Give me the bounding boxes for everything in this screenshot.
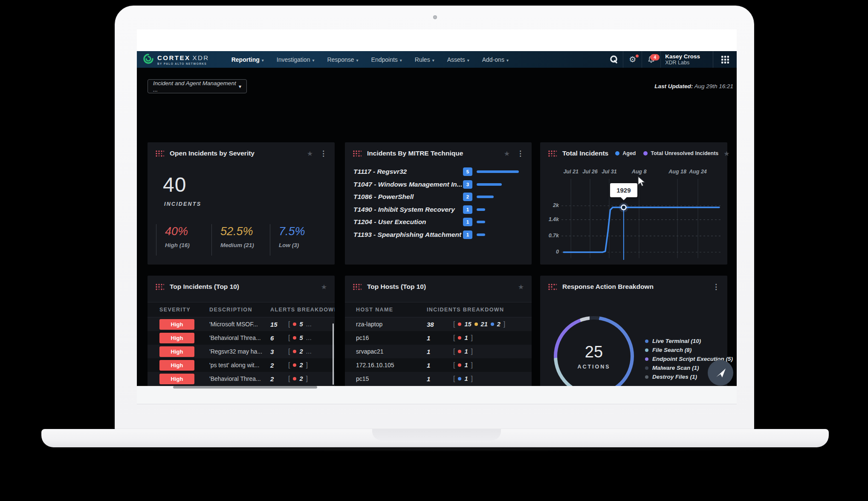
kebab-menu-icon[interactable] — [320, 149, 327, 158]
severity-dot — [458, 363, 461, 367]
severity-percent: 7.5% — [279, 225, 305, 238]
mitre-row[interactable]: T1204 - User Execution1 — [345, 216, 532, 229]
chevron-down-icon — [432, 56, 434, 63]
bracket-open: [ — [453, 348, 455, 355]
horizontal-scrollbar[interactable] — [173, 386, 317, 389]
nav-item-rules[interactable]: Rules — [415, 56, 434, 63]
host-name: pc15 — [345, 375, 427, 382]
breakdown-cell: [1] — [453, 361, 532, 369]
table-row[interactable]: High'Microsoft MSOF...15[5... — [148, 317, 335, 331]
star-icon[interactable] — [321, 283, 327, 291]
mitre-row[interactable]: T1047 - Windows Management In...3 — [345, 179, 532, 191]
table-row[interactable]: 172.16.10.1051[1] — [345, 358, 532, 372]
table-row[interactable]: pc151[1] — [345, 372, 532, 386]
chevron-down-icon — [506, 56, 509, 63]
nav-item-add-ons[interactable]: Add-ons — [482, 56, 509, 63]
star-icon[interactable] — [518, 283, 524, 291]
table-row[interactable]: srvapac211[1] — [345, 345, 532, 358]
widget-icon — [353, 283, 362, 291]
breakdown-cell: [5... — [288, 334, 335, 342]
technique-label: T1193 - Spearphishing Attachment — [353, 231, 461, 239]
widget-icon — [155, 283, 165, 291]
legend-dot — [645, 375, 648, 379]
nav-item-label: Rules — [415, 56, 430, 63]
breakdown-cell: [1] — [453, 348, 532, 355]
table-row[interactable]: High'Behavioral Threa...2[2] — [148, 372, 335, 386]
bell-icon[interactable]: 4 — [642, 51, 660, 68]
incident-count: 40 — [163, 173, 186, 196]
nav-item-reporting[interactable]: Reporting — [231, 56, 264, 63]
last-updated: Last Updated: Aug 29th 16:21 — [654, 83, 733, 89]
breakdown-count: 1 — [464, 362, 468, 369]
user-org: XDR Labs — [665, 60, 700, 66]
nav-item-assets[interactable]: Assets — [447, 56, 469, 63]
mitre-row[interactable]: T1086 - PowerShell2 — [345, 191, 532, 204]
breakdown-cell: [2... — [288, 348, 335, 355]
card-top-hosts: Top Hosts (Top 10) HOST NAME INCIDENTS B… — [345, 276, 532, 404]
donut-legend-item[interactable]: Live Terminal (10) — [645, 338, 733, 344]
incident-description: 'ps test' along wit... — [209, 362, 270, 369]
breakdown-count: 1 — [464, 334, 468, 341]
incident-count: 1 — [427, 362, 453, 369]
laptop-lid: CORTEXXDR BY PALO ALTO NETWORKS Reportin… — [115, 6, 754, 429]
card-title: Response Action Breakdown — [562, 283, 654, 291]
nav-right: ⚙ 4 Kasey Cross XDR Labs — [604, 51, 737, 68]
bracket-close: ... — [306, 334, 312, 342]
query-icon[interactable] — [604, 51, 623, 68]
alert-count: 2 — [270, 362, 288, 369]
brand[interactable]: CORTEXXDR BY PALO ALTO NETWORKS — [137, 51, 209, 68]
feedback-fab-button[interactable] — [708, 360, 733, 386]
mitre-row[interactable]: T1117 - Regsvr325 — [345, 166, 532, 179]
bracket-open: [ — [288, 375, 290, 383]
widget-icon — [353, 150, 362, 157]
severity-label: Low (3) — [279, 242, 305, 248]
table-row[interactable]: pc161[1] — [345, 331, 532, 345]
count-badge: 1 — [463, 218, 472, 226]
breakdown-cell: [2] — [288, 361, 335, 369]
table-row[interactable]: High'ps test' along wit...2[2] — [148, 358, 335, 372]
severity-badge: High — [159, 374, 194, 384]
breakdown-count: 2 — [299, 362, 303, 369]
nav-item-response[interactable]: Response — [327, 56, 358, 63]
severity-cell: High — [148, 360, 209, 371]
user-menu[interactable]: Kasey Cross XDR Labs — [660, 51, 707, 68]
x-axis-label: Aug 24 — [685, 169, 711, 175]
gear-icon[interactable]: ⚙ — [623, 51, 642, 68]
kebab-menu-icon[interactable] — [517, 149, 524, 158]
laptop-base-notch — [372, 429, 501, 441]
column-header: INCIDENTS BREAKDOWN — [427, 307, 532, 313]
breakdown-count: 15 — [464, 321, 471, 328]
incident-count: 1 — [427, 334, 453, 342]
column-header: ALERTS BREAKDOWN — [270, 307, 335, 313]
bracket-open: [ — [288, 348, 290, 355]
mitre-row[interactable]: T1490 - Inhibit System Recovery1 — [345, 204, 532, 216]
nav-item-investigation[interactable]: Investigation — [277, 56, 315, 63]
severity-dot — [458, 350, 461, 353]
severity-label: High (16) — [165, 242, 190, 248]
page: CORTEXXDR BY PALO ALTO NETWORKS Reportin… — [0, 0, 868, 501]
dashboard-select[interactable]: Incident and Agent Management ... — [148, 79, 247, 93]
nav-item-endpoints[interactable]: Endpoints — [371, 56, 402, 63]
count-badge: 5 — [463, 167, 472, 176]
count-badge: 1 — [463, 205, 472, 214]
technique-label: T1490 - Inhibit System Recovery — [353, 206, 455, 213]
donut-legend-item[interactable]: File Search (8) — [645, 347, 733, 353]
donut-center: 25 ACTIONS — [554, 316, 634, 396]
apps-grid-icon[interactable] — [713, 51, 737, 68]
nav-item-label: Endpoints — [371, 56, 398, 63]
incident-count: 1 — [427, 375, 453, 383]
alert-count: 15 — [270, 321, 288, 328]
severity-dot — [293, 350, 296, 353]
kebab-menu-icon[interactable] — [712, 282, 720, 291]
table-row[interactable]: High'Regsvr32 may ha...3[2... — [148, 345, 335, 358]
mitre-row[interactable]: T1193 - Spearphishing Attachment1 — [345, 229, 532, 242]
vertical-scrollbar[interactable] — [333, 323, 334, 385]
breakdown-count: 5 — [299, 321, 303, 328]
table-row[interactable]: rza-laptop38[15212] — [345, 317, 532, 331]
legend-label: Malware Scan (1) — [652, 365, 699, 371]
star-icon[interactable] — [307, 150, 313, 158]
star-icon[interactable] — [504, 150, 510, 158]
column-header: DESCRIPTION — [209, 307, 270, 313]
table-row[interactable]: High'Behavioral Threa...6[5... — [148, 331, 335, 345]
widget-icon — [548, 283, 557, 291]
